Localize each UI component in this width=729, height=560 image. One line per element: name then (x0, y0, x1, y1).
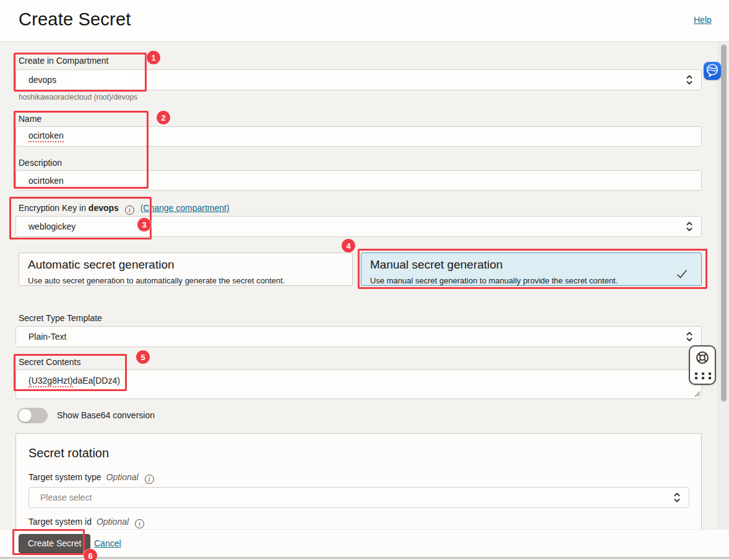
redaction-patch (66, 73, 135, 88)
compartment-select[interactable]: devops (15, 69, 702, 90)
secret-contents-textarea[interactable]: (U32g8Hzt)daEa[DDz4) (15, 369, 702, 399)
name-value: ocirtoken (28, 131, 64, 142)
scrollbar-track[interactable] (718, 42, 729, 560)
annotation-step-3: 3 (137, 218, 151, 231)
change-compartment-link[interactable]: (Change compartment) (140, 203, 230, 213)
secret-type-value: Plain-Text (28, 332, 66, 342)
encryption-key-value: weblogickey (28, 222, 75, 231)
encryption-key-select[interactable]: weblogickey (15, 216, 702, 237)
info-icon[interactable]: i (125, 205, 134, 215)
compartment-path-helper: hoshikawaoraclecloud (root)/devops (19, 93, 137, 101)
chevron-updown-icon (686, 74, 693, 86)
annotation-step-5: 5 (136, 350, 150, 364)
annotation-step-1: 1 (147, 51, 160, 64)
translate-extension-icon[interactable] (704, 62, 721, 80)
help-link[interactable]: Help (694, 15, 712, 25)
card-title: Automatic secret generation (28, 258, 343, 272)
secret-rotation-title: Secret rotation (28, 446, 109, 460)
scrollbar-thumb[interactable] (721, 45, 727, 402)
name-input[interactable]: ocirtoken (15, 126, 702, 147)
card-title: Manual secret generation (370, 258, 692, 272)
name-label: Name (19, 114, 41, 124)
annotation-step-6: 6 (84, 549, 97, 560)
annotation-step-4: 4 (342, 239, 355, 252)
cancel-link[interactable]: Cancel (94, 538, 121, 548)
target-system-type-placeholder: Please select (40, 493, 92, 502)
card-description: Use manual secret generation to manually… (370, 276, 692, 285)
info-icon[interactable]: i (145, 475, 154, 484)
encryption-key-label: Encryption Key in devops i (Change compa… (19, 203, 230, 215)
chevron-updown-icon (686, 220, 693, 233)
base64-toggle-label: Show Base64 conversion (57, 410, 155, 420)
checkmark-icon (676, 269, 688, 279)
annotation-step-2: 2 (157, 111, 170, 124)
target-system-type-label: Target system typeOptional i (28, 472, 154, 484)
target-system-type-select[interactable]: Please select (28, 487, 689, 508)
secret-rotation-section: Secret rotation Target system typeOption… (15, 433, 702, 532)
secret-contents-value-rest: daEa[DDz4) (73, 376, 120, 386)
encryption-key-compartment: devops (88, 203, 119, 213)
secret-contents-value-flagged: (U32g8Hzt) (28, 376, 73, 387)
support-widget[interactable] (689, 345, 716, 385)
automatic-generation-card[interactable]: Automatic secret generation Use auto sec… (19, 252, 353, 286)
create-secret-button[interactable]: Create Secret (19, 534, 90, 553)
optional-label: Optional (106, 472, 139, 482)
lifebuoy-icon (694, 350, 710, 366)
description-value: ocirtoken (28, 176, 64, 186)
target-system-id-label: Target system idOptional i (28, 517, 144, 528)
target-system-type-text: Target system type (28, 472, 101, 482)
compartment-value: devops (28, 75, 56, 85)
manual-generation-card[interactable]: Manual secret generation Use manual secr… (361, 252, 702, 286)
optional-label: Optional (97, 517, 129, 527)
page-header: Create Secret Help (0, 0, 729, 42)
toggle-knob (19, 409, 32, 422)
description-input[interactable]: ocirtoken (15, 170, 702, 191)
chevron-updown-icon (686, 330, 693, 343)
chevron-updown-icon (673, 491, 681, 504)
resize-grip-icon[interactable] (692, 389, 701, 398)
card-description: Use auto secret generation to automatica… (28, 276, 343, 285)
info-icon[interactable]: i (135, 519, 144, 528)
create-secret-page: Create Secret Help Create in Compartment… (0, 0, 729, 560)
encryption-key-label-prefix: Encryption Key in (19, 203, 86, 213)
action-footer: Create Secret Cancel (0, 529, 729, 557)
secret-type-label: Secret Type Template (19, 313, 102, 323)
drag-dots-icon[interactable] (695, 373, 712, 379)
target-system-id-text: Target system id (28, 517, 92, 527)
secret-contents-label: Secret Contents (19, 357, 80, 367)
description-label: Description (19, 158, 62, 168)
secret-type-select[interactable]: Plain-Text (15, 326, 702, 347)
compartment-label: Create in Compartment (19, 56, 109, 66)
page-title: Create Secret (19, 9, 131, 30)
base64-toggle[interactable] (17, 408, 48, 423)
window-bottom-edge (0, 557, 729, 559)
